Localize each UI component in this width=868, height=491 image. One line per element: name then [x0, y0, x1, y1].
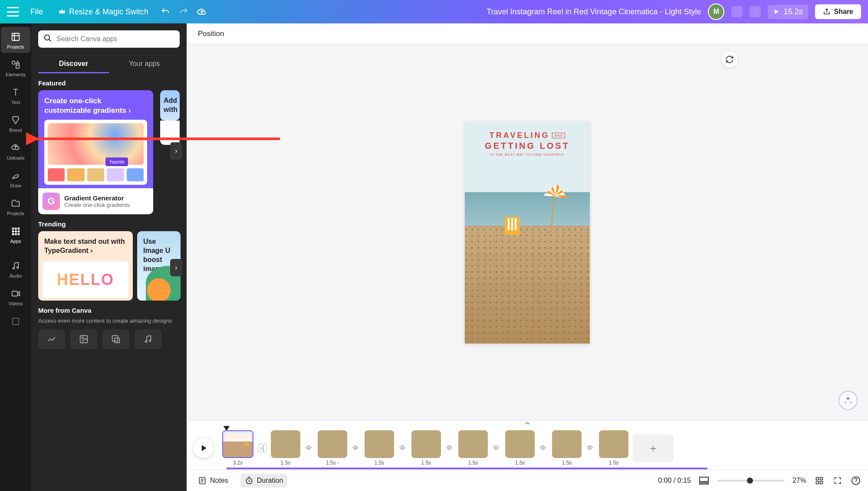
svg-rect-0	[12, 33, 20, 41]
zoom-slider[interactable]	[717, 480, 785, 481]
rail-brand[interactable]: Brand	[1, 110, 30, 136]
stage[interactable]: TRAVELINGAND GETTING LOST IS THE BEST WA…	[187, 44, 868, 420]
file-menu[interactable]: File	[26, 5, 47, 19]
svg-rect-20	[115, 338, 119, 343]
clip-4[interactable]	[365, 430, 394, 458]
add-collaborator-button[interactable]	[731, 6, 743, 17]
tab-your-apps[interactable]: Your apps	[109, 56, 180, 73]
trending-card-typegradient[interactable]: Make text stand out with TypeGradient › …	[38, 231, 133, 301]
add-page-button[interactable]: ＋	[633, 434, 674, 462]
search-apps[interactable]	[38, 30, 180, 48]
transition-5[interactable]	[492, 444, 501, 452]
featured-card-gradient[interactable]: Create one-click customizable gradients …	[38, 90, 153, 191]
svg-rect-10	[15, 233, 17, 236]
svg-rect-30	[820, 481, 823, 484]
help-button[interactable]	[851, 475, 861, 486]
timeline: 3.2s ›| 1.5s 1.5s - 1.5s 1.5s 1.5s 1.5s …	[187, 420, 868, 469]
svg-rect-2	[16, 65, 19, 68]
document-title[interactable]: Travel Instagram Reel in Red Vintage Cin…	[487, 7, 701, 16]
app-card-gradient-generator[interactable]: G Gradient Generator Create one-click gr…	[38, 188, 153, 214]
fullscreen-button[interactable]	[832, 475, 843, 486]
svg-rect-26	[700, 483, 708, 484]
zoom-value[interactable]: 27%	[792, 477, 806, 484]
svg-rect-27	[816, 477, 819, 480]
magic-button[interactable]	[838, 391, 858, 410]
carousel-next-2[interactable]: ›	[170, 259, 182, 276]
hello-graphic: HELLO	[57, 270, 114, 290]
featured-heading: Featured	[38, 79, 180, 87]
clip-5[interactable]	[411, 430, 441, 458]
transition-2[interactable]	[352, 444, 360, 452]
analytics-button[interactable]	[750, 6, 761, 17]
clip-6[interactable]	[458, 430, 488, 458]
clip-9[interactable]	[599, 430, 628, 458]
redo-button[interactable]	[178, 6, 189, 17]
undo-button[interactable]	[160, 6, 171, 17]
present-button[interactable]: 15.2s	[768, 5, 808, 19]
svg-rect-29	[816, 481, 819, 484]
chevron-right-icon: ›	[90, 247, 92, 254]
clip-3[interactable]	[318, 430, 347, 458]
rail-audio[interactable]: Audio	[1, 256, 30, 282]
transition-3[interactable]	[398, 444, 407, 452]
cloud-sync-icon[interactable]	[196, 6, 207, 17]
resize-magic-switch[interactable]: Resize & Magic Switch	[54, 5, 153, 19]
timeline-collapse[interactable]	[187, 421, 868, 427]
notes-button[interactable]: Notes	[194, 474, 233, 488]
transition-4[interactable]	[445, 444, 454, 452]
transition-1[interactable]	[305, 444, 313, 452]
clip-1[interactable]	[222, 430, 253, 458]
more-tile-1[interactable]	[38, 329, 65, 349]
view-mode-button[interactable]	[699, 475, 709, 486]
svg-rect-25	[700, 477, 708, 481]
rail-projects-2[interactable]: Projects	[1, 193, 30, 219]
share-button[interactable]: Share	[815, 4, 861, 19]
uploads-icon	[10, 142, 21, 154]
svg-point-18	[82, 337, 83, 339]
clip-2[interactable]	[271, 430, 300, 458]
play-button[interactable]	[194, 438, 214, 458]
search-input[interactable]	[56, 35, 174, 43]
apps-panel: Discover Your apps Featured Create one-c…	[31, 23, 187, 491]
svg-rect-9	[12, 233, 14, 236]
more-tile-4[interactable]	[135, 329, 161, 349]
clip-7[interactable]	[505, 430, 535, 458]
transition-6[interactable]	[539, 444, 548, 452]
regenerate-button[interactable]	[721, 51, 738, 68]
folder-icon	[10, 198, 21, 209]
bottom-bar: Notes Duration 0:00 / 0:15 27%	[187, 469, 868, 491]
transition-7[interactable]	[586, 444, 595, 452]
clip-end-button[interactable]: ›|	[258, 444, 266, 452]
position-button[interactable]: Position	[194, 27, 228, 41]
tab-discover[interactable]: Discover	[38, 56, 109, 73]
projects-icon	[10, 31, 21, 43]
duration-button[interactable]: Duration	[240, 474, 287, 488]
more-tile-2[interactable]	[70, 329, 97, 349]
rail-uploads[interactable]: Uploads	[1, 138, 30, 164]
rail-apps[interactable]: Apps	[1, 221, 30, 247]
rail-videos[interactable]: Videos	[1, 284, 30, 310]
rail-elements[interactable]: Elements	[1, 55, 30, 81]
app-icon: G	[43, 193, 60, 210]
user-avatar[interactable]: M	[708, 3, 724, 20]
clip-8[interactable]	[552, 430, 582, 458]
title-text-block[interactable]: TRAVELINGAND GETTING LOST IS THE BEST WA…	[465, 131, 590, 157]
rail-draw[interactable]: Draw	[1, 166, 30, 192]
rail-projects[interactable]: Projects	[1, 27, 30, 53]
more-tile-3[interactable]	[102, 329, 129, 349]
time-display: 0:00 / 0:15	[658, 477, 691, 484]
featured-card-2[interactable]: Add with	[160, 90, 180, 121]
grid-view-button[interactable]	[814, 475, 825, 486]
videos-icon	[10, 288, 21, 299]
rail-text[interactable]: Text	[1, 82, 30, 108]
more-subtitle: Access even more content to create amazi…	[38, 318, 180, 324]
rail-more[interactable]	[1, 311, 30, 331]
menu-button[interactable]	[7, 7, 19, 16]
brand-icon	[10, 115, 21, 126]
svg-rect-3	[12, 228, 14, 230]
canvas-frame[interactable]: TRAVELINGAND GETTING LOST IS THE BEST WA…	[465, 121, 590, 344]
context-toolbar: Position	[187, 23, 868, 44]
carousel-next[interactable]: ›	[170, 142, 182, 160]
svg-rect-4	[15, 228, 17, 230]
app-card-2[interactable]	[160, 121, 180, 145]
